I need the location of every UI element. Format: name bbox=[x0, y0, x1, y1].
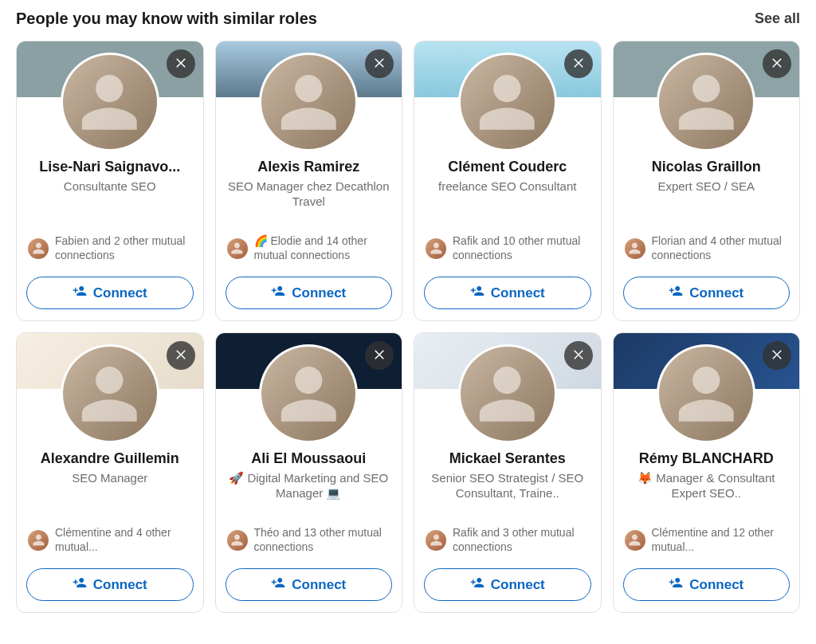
person-card[interactable]: Alexis Ramirez SEO Manager chez Decathlo… bbox=[215, 41, 403, 321]
mutual-avatar bbox=[426, 238, 446, 259]
person-card[interactable]: Alexandre Guillemin SEO Manager Clémenti… bbox=[16, 332, 204, 613]
connect-icon bbox=[271, 284, 285, 302]
avatar-wrap[interactable] bbox=[657, 344, 755, 443]
avatar bbox=[63, 347, 157, 441]
mutual-connections[interactable]: Rafik and 3 other mutual connections bbox=[426, 523, 590, 562]
person-title: Expert SEO / SEA bbox=[625, 179, 789, 194]
connect-icon bbox=[271, 575, 285, 594]
dismiss-button[interactable] bbox=[763, 49, 791, 78]
mutual-connections[interactable]: Rafik and 10 other mutual connections bbox=[426, 231, 590, 270]
dismiss-button[interactable] bbox=[167, 49, 195, 78]
avatar bbox=[461, 55, 555, 149]
person-card[interactable]: Rémy BLANCHARD 🦊 Manager & Consultant Ex… bbox=[613, 332, 801, 613]
connect-icon bbox=[73, 575, 87, 594]
person-card[interactable]: Lise-Nari Saignavo... Consultante SEO Fa… bbox=[16, 41, 204, 321]
avatar bbox=[261, 55, 355, 149]
close-icon bbox=[174, 347, 188, 364]
person-name[interactable]: Mickael Serantes bbox=[426, 450, 590, 468]
mutual-avatar bbox=[227, 238, 248, 259]
person-name[interactable]: Alexandre Guillemin bbox=[28, 450, 192, 468]
dismiss-button[interactable] bbox=[365, 49, 394, 78]
dismiss-button[interactable] bbox=[763, 341, 791, 370]
avatar-wrap[interactable] bbox=[458, 344, 557, 443]
avatar bbox=[261, 347, 355, 441]
dismiss-button[interactable] bbox=[167, 341, 195, 370]
person-title: Consultante SEO bbox=[28, 179, 192, 194]
mutual-text: Théo and 13 other mutual connections bbox=[254, 526, 391, 554]
section-title: People you may know with similar roles bbox=[16, 10, 317, 28]
person-title: SEO Manager chez Decathlon Travel bbox=[227, 179, 391, 210]
connect-button[interactable]: Connect bbox=[623, 277, 790, 309]
person-name[interactable]: Lise-Nari Saignavo... bbox=[28, 158, 192, 176]
person-title: Senior SEO Strategist / SEO Consultant, … bbox=[426, 470, 590, 501]
person-name[interactable]: Ali El Moussaoui bbox=[227, 450, 391, 468]
people-grid: Lise-Nari Saignavo... Consultante SEO Fa… bbox=[16, 41, 800, 613]
dismiss-button[interactable] bbox=[564, 49, 593, 78]
connect-label: Connect bbox=[292, 577, 346, 593]
mutual-avatar bbox=[227, 530, 248, 551]
avatar-wrap[interactable] bbox=[61, 53, 159, 151]
connect-button[interactable]: Connect bbox=[26, 277, 194, 309]
connect-label: Connect bbox=[689, 577, 743, 593]
person-card[interactable]: Nicolas Graillon Expert SEO / SEA Floria… bbox=[613, 41, 801, 321]
connect-button[interactable]: Connect bbox=[623, 568, 790, 601]
person-name[interactable]: Clément Couderc bbox=[426, 158, 590, 176]
mutual-text: Rafik and 10 other mutual connections bbox=[453, 234, 590, 262]
see-all-link[interactable]: See all bbox=[755, 10, 800, 27]
connect-label: Connect bbox=[689, 285, 743, 301]
mutual-avatar bbox=[625, 530, 645, 551]
connect-label: Connect bbox=[93, 577, 147, 593]
person-title: 🚀 Digital Marketing and SEO Manager 💻 bbox=[227, 470, 391, 501]
avatar-wrap[interactable] bbox=[458, 53, 557, 151]
close-icon bbox=[770, 347, 784, 364]
mutual-connections[interactable]: Théo and 13 other mutual connections bbox=[227, 523, 391, 562]
mutual-text: Clémentine and 12 other mutual... bbox=[652, 526, 789, 554]
mutual-text: 🌈 Elodie and 14 other mutual connections bbox=[254, 234, 391, 262]
connect-label: Connect bbox=[292, 285, 346, 301]
avatar bbox=[659, 55, 753, 149]
mutual-text: Rafik and 3 other mutual connections bbox=[453, 526, 590, 554]
avatar-wrap[interactable] bbox=[259, 344, 358, 443]
mutual-connections[interactable]: 🌈 Elodie and 14 other mutual connections bbox=[227, 231, 391, 270]
mutual-connections[interactable]: Florian and 4 other mutual connections bbox=[625, 231, 789, 270]
mutual-avatar bbox=[625, 238, 645, 259]
connect-button[interactable]: Connect bbox=[26, 568, 194, 601]
mutual-connections[interactable]: Clémentine and 4 other mutual... bbox=[28, 523, 192, 562]
mutual-text: Clémentine and 4 other mutual... bbox=[55, 526, 192, 554]
connect-icon bbox=[73, 284, 87, 302]
avatar-wrap[interactable] bbox=[61, 344, 159, 443]
close-icon bbox=[770, 55, 784, 73]
connect-button[interactable]: Connect bbox=[424, 568, 591, 601]
person-title: 🦊 Manager & Consultant Expert SEO.. bbox=[625, 470, 789, 501]
avatar bbox=[63, 55, 157, 149]
dismiss-button[interactable] bbox=[365, 341, 394, 370]
person-card[interactable]: Clément Couderc freelance SEO Consultant… bbox=[414, 41, 602, 321]
person-name[interactable]: Nicolas Graillon bbox=[625, 158, 789, 176]
connect-button[interactable]: Connect bbox=[226, 277, 393, 309]
person-title: SEO Manager bbox=[28, 470, 192, 486]
connect-icon bbox=[470, 575, 484, 594]
close-icon bbox=[372, 347, 386, 364]
mutual-connections[interactable]: Clémentine and 12 other mutual... bbox=[625, 523, 789, 562]
person-title: freelance SEO Consultant bbox=[426, 179, 590, 194]
mutual-avatar bbox=[28, 530, 49, 551]
close-icon bbox=[372, 55, 386, 73]
close-icon bbox=[571, 347, 586, 364]
connect-icon bbox=[470, 284, 484, 302]
connect-label: Connect bbox=[93, 285, 147, 301]
person-name[interactable]: Alexis Ramirez bbox=[227, 158, 391, 176]
mutual-connections[interactable]: Fabien and 2 other mutual connections bbox=[28, 231, 192, 270]
person-name[interactable]: Rémy BLANCHARD bbox=[625, 450, 789, 468]
connect-button[interactable]: Connect bbox=[424, 277, 591, 309]
avatar-wrap[interactable] bbox=[657, 53, 755, 151]
connect-button[interactable]: Connect bbox=[226, 568, 393, 601]
connect-icon bbox=[669, 575, 683, 594]
connect-icon bbox=[669, 284, 683, 302]
dismiss-button[interactable] bbox=[564, 341, 593, 370]
close-icon bbox=[571, 55, 586, 73]
person-card[interactable]: Ali El Moussaoui 🚀 Digital Marketing and… bbox=[215, 332, 403, 613]
mutual-avatar bbox=[28, 238, 49, 259]
connect-label: Connect bbox=[491, 577, 545, 593]
avatar-wrap[interactable] bbox=[259, 53, 358, 151]
person-card[interactable]: Mickael Serantes Senior SEO Strategist /… bbox=[414, 332, 602, 613]
